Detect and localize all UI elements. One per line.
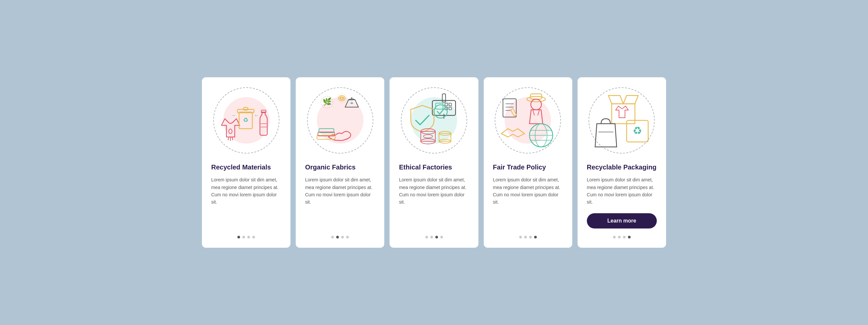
- svg-line-42: [533, 110, 534, 115]
- dot-4: [534, 236, 537, 238]
- svg-text:←: ←: [254, 112, 259, 118]
- card-text-organic: Lorem ipsum dolor sit dim amet, mea regi…: [305, 176, 375, 229]
- svg-text:♻: ♻: [632, 125, 642, 137]
- card-text-ethical: Lorem ipsum dolor sit dim amet, mea regi…: [399, 176, 469, 229]
- card-title-packaging: Recyclable Packaging: [587, 163, 657, 172]
- dot-1: [425, 236, 428, 238]
- icon-circle-recycled: ♻ → ←: [213, 87, 279, 153]
- dot-3: [529, 236, 532, 238]
- dot-3: [341, 236, 344, 238]
- card-ethical-factories: Ethical Factories Lorem ipsum dolor sit …: [390, 77, 478, 248]
- dot-2: [242, 236, 245, 238]
- svg-point-38: [434, 105, 447, 118]
- svg-point-34: [424, 135, 433, 138]
- icon-svg-ethical: [403, 89, 465, 152]
- dot-2: [336, 236, 339, 238]
- dot-1: [613, 236, 616, 238]
- dot-2: [524, 236, 527, 238]
- dot-4: [628, 236, 630, 238]
- icon-circle-fairtrade: [495, 87, 561, 153]
- svg-rect-49: [503, 99, 516, 117]
- svg-rect-25: [445, 103, 447, 106]
- svg-text:✿: ✿: [340, 95, 344, 101]
- dot-4: [346, 236, 349, 238]
- svg-rect-6: [243, 108, 248, 110]
- card-fair-trade: Fair Trade Policy Lorem ipsum dolor sit …: [484, 77, 572, 248]
- svg-text:🌿: 🌿: [322, 97, 332, 106]
- svg-rect-53: [510, 109, 517, 116]
- icon-svg-recycled: ♻ → ←: [215, 89, 278, 152]
- card-recyclable-packaging: ♻ Recyclable Packaging Lorem ipsum dolor…: [578, 77, 666, 248]
- dot-4: [440, 236, 443, 238]
- svg-rect-28: [449, 107, 452, 110]
- svg-text:♻: ♻: [243, 117, 248, 123]
- dots-organic: [331, 236, 349, 238]
- dots-recycled: [238, 236, 255, 238]
- icon-circle-packaging: ♻: [589, 87, 655, 153]
- icon-circle-organic: 🌿 ✿: [307, 87, 373, 153]
- svg-rect-26: [449, 103, 452, 106]
- card-recycled-materials: ♻ → ← Recycled Materials Lorem: [202, 77, 290, 248]
- dots-fairtrade: [519, 236, 537, 238]
- card-title-ethical: Ethical Factories: [399, 163, 469, 172]
- dot-3: [623, 236, 626, 238]
- dots-packaging: [613, 236, 630, 238]
- svg-rect-32: [421, 131, 435, 141]
- dot-2: [430, 236, 433, 238]
- card-text-recycled: Lorem ipsum dolor sit dim amet, mea regi…: [211, 176, 281, 229]
- cards-container: ♻ → ← Recycled Materials Lorem: [202, 77, 666, 248]
- card-organic-fabrics: 🌿 ✿: [296, 77, 384, 248]
- learn-more-button[interactable]: Learn more: [587, 213, 657, 229]
- svg-line-43: [538, 110, 539, 115]
- card-text-packaging: Lorem ipsum dolor sit dim amet, mea regi…: [587, 176, 657, 206]
- icon-circle-ethical: [401, 87, 467, 153]
- dot-3: [247, 236, 250, 238]
- dot-4: [252, 236, 255, 238]
- card-title-organic: Organic Fabrics: [305, 163, 375, 172]
- card-text-fairtrade: Lorem ipsum dolor sit dim amet, mea regi…: [493, 176, 563, 229]
- dot-2: [618, 236, 621, 238]
- dot-1: [238, 236, 240, 238]
- icon-svg-organic: 🌿 ✿: [309, 89, 372, 152]
- dot-1: [519, 236, 522, 238]
- svg-point-41: [531, 99, 541, 110]
- dots-ethical: [425, 236, 443, 238]
- dot-1: [331, 236, 334, 238]
- svg-line-1: [228, 137, 229, 140]
- icon-svg-fairtrade: [496, 89, 559, 152]
- svg-text:→: →: [231, 112, 236, 118]
- card-title-recycled: Recycled Materials: [211, 163, 281, 172]
- card-title-fairtrade: Fair Trade Policy: [493, 163, 563, 172]
- svg-point-0: [229, 129, 232, 134]
- icon-svg-packaging: ♻: [590, 89, 653, 152]
- svg-line-3: [232, 137, 233, 140]
- dot-3: [435, 236, 438, 238]
